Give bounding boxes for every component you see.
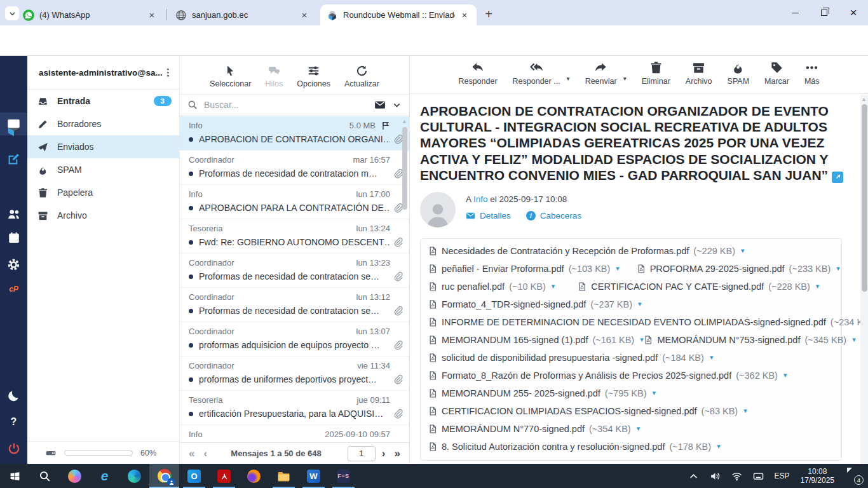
message-row[interactable]: Coordinadorlun 13:07 proformas adquisici… xyxy=(180,322,409,356)
rail-mail-icon[interactable] xyxy=(0,117,27,130)
attachment-menu-caret-icon[interactable]: ▾ xyxy=(717,442,721,451)
attachment-menu-caret-icon[interactable]: ▾ xyxy=(653,389,656,397)
attachment-menu-caret-icon[interactable]: ▾ xyxy=(638,300,642,308)
select-button[interactable]: Seleccionar xyxy=(210,65,251,88)
attachment-name[interactable]: MEMORÁNDUM N°753-signed.pdf xyxy=(657,335,800,345)
folder-item-papelera[interactable]: Papelera xyxy=(27,181,179,204)
message-row[interactable]: Tesoreriajue 09:11 ertificación Presupue… xyxy=(180,391,409,425)
page-next-button[interactable]: › xyxy=(382,447,386,460)
fes-app-button[interactable]: F≡S xyxy=(329,464,358,488)
attachment[interactable]: CERTIFICACION OLIMPIADAS ESPACIOS-signed… xyxy=(428,406,747,416)
reply-all-button[interactable]: Responder ... xyxy=(513,61,560,86)
attachment-name[interactable]: Formato_4_TDR-signed-signed.pdf xyxy=(442,299,586,309)
attachment-menu-caret-icon[interactable]: ▾ xyxy=(640,336,644,344)
message-row[interactable]: Coordinadorlun 13:12 Proformas de necesi… xyxy=(180,288,409,322)
message-row[interactable]: Coordinadormar 16:57 Proformas de necesi… xyxy=(180,151,409,185)
headers-link[interactable]: Cabeceras xyxy=(540,211,581,220)
window-restore-button[interactable] xyxy=(810,0,839,25)
tab-roundcube[interactable]: Roundcube Webmail :: Enviados × xyxy=(320,4,477,25)
folder-item-entrada[interactable]: Entrada 3 xyxy=(27,90,179,112)
attachment-name[interactable]: PROFORMA 29-2025-signed.pdf xyxy=(650,264,785,274)
tab-close-icon[interactable]: × xyxy=(146,10,158,21)
delete-button[interactable]: Eliminar xyxy=(642,61,670,86)
more-button[interactable]: Más xyxy=(804,61,820,86)
copilot-button[interactable] xyxy=(60,464,90,488)
language-indicator[interactable]: ESP xyxy=(775,471,790,480)
attachment-menu-caret-icon[interactable]: ▾ xyxy=(852,336,856,344)
message-row[interactable]: Infolun 17:00 APROBACION PARA LA CONTRAT… xyxy=(180,185,409,219)
attachment[interactable]: MEMORÁNDUM N°770-signed.pdf(~354 KB)▾ xyxy=(428,424,640,434)
details-link[interactable]: Detalles xyxy=(480,211,511,220)
page-last-button[interactable]: » xyxy=(395,447,400,460)
view-scroll-up-icon[interactable]: ▲ xyxy=(861,96,867,102)
attachment-menu-caret-icon[interactable]: ▾ xyxy=(816,282,820,290)
acrobat-button[interactable] xyxy=(209,464,239,488)
start-button[interactable] xyxy=(0,464,30,488)
attachment-menu-caret-icon[interactable]: ▾ xyxy=(741,247,745,255)
attachment-menu-caret-icon[interactable]: ▾ xyxy=(552,282,555,290)
message-row[interactable]: Info2025-09-10 09:57 xyxy=(180,425,409,442)
attachment-name[interactable]: peñafiel - Enviar Proforma.pdf xyxy=(442,264,564,274)
attachment[interactable]: PROFORMA 29-2025-signed.pdf(~233 KB)▾ xyxy=(637,264,834,274)
chrome-button[interactable] xyxy=(149,464,179,488)
open-in-new-window-icon[interactable] xyxy=(832,172,843,183)
attachment[interactable]: ruc penafiel.pdf(~10 KB)▾ xyxy=(428,281,555,292)
dark-mode-moon-icon[interactable] xyxy=(0,390,27,402)
attachment[interactable]: MEMORANDUM 165-signed (1).pdf(~161 KB)▾ xyxy=(428,335,621,345)
compose-button[interactable] xyxy=(0,152,27,166)
volume-icon[interactable] xyxy=(710,471,721,482)
search-options-chevron-icon[interactable] xyxy=(392,100,402,110)
internet-explorer-button[interactable]: e xyxy=(90,464,119,488)
attachment-menu-caret-icon[interactable]: ▾ xyxy=(710,353,714,362)
attachment-name[interactable]: MEMORÁNDUM N°770-signed.pdf xyxy=(442,424,585,434)
view-scrollbar-thumb[interactable] xyxy=(862,104,867,292)
attachment[interactable]: peñafiel - Enviar Proforma.pdf(~103 KB)▾ xyxy=(428,264,614,274)
attachment-name[interactable]: 8. Solicitud Autorización contra y resol… xyxy=(442,442,665,452)
touch-keyboard-icon[interactable] xyxy=(753,471,764,482)
taskbar-clock[interactable]: 10:08 17/9/2025 xyxy=(801,467,834,485)
folder-item-borradores[interactable]: Borradores xyxy=(27,112,179,135)
attachment-name[interactable]: MEMORANDUM 165-signed (1).pdf xyxy=(442,335,588,345)
attachment[interactable]: INFORME DE DETERMINACION DE NECESIDAD EV… xyxy=(428,317,834,327)
taskbar-search-button[interactable] xyxy=(30,464,60,488)
folder-item-spam[interactable]: SPAM xyxy=(27,158,179,181)
attachment-name[interactable]: CERTIFICACION OLIMPIADAS ESPACIOS-signed… xyxy=(442,406,697,416)
options-button[interactable]: Opciones xyxy=(297,65,330,88)
file-explorer-button[interactable] xyxy=(269,464,299,488)
attachment[interactable]: CERTIFICACION PAC Y CATE-signed.pdf(~228… xyxy=(578,281,819,292)
page-number-input[interactable] xyxy=(348,446,376,461)
firefox-button[interactable] xyxy=(239,464,269,488)
help-icon[interactable]: ? xyxy=(0,416,27,428)
attachment-name[interactable]: CERTIFICACION PAC Y CATE-signed.pdf xyxy=(591,281,764,292)
tab-close-icon[interactable]: × xyxy=(459,10,470,21)
tab-close-icon[interactable]: × xyxy=(299,10,310,21)
list-scrollbar-thumb[interactable] xyxy=(402,127,407,210)
tab-whatsapp[interactable]: (4) WhatsApp × xyxy=(17,4,164,25)
forward-caret-icon[interactable]: ▾ xyxy=(623,75,627,82)
spam-button[interactable]: SPAM xyxy=(728,61,750,86)
search-scope-mail-icon[interactable] xyxy=(374,99,386,111)
attachment[interactable]: Necesidades de Contratación y Recepción … xyxy=(428,246,745,256)
attachment[interactable]: Formato_4_TDR-signed-signed.pdf(~237 KB)… xyxy=(428,299,642,309)
reply-all-caret-icon[interactable]: ▾ xyxy=(567,75,570,82)
tab-sanjuan[interactable]: sanjuan.gob.ec × xyxy=(169,4,316,25)
attachment-name[interactable]: Necesidades de Contratación y Recepción … xyxy=(442,246,689,256)
tray-chevron-up-icon[interactable] xyxy=(688,471,699,482)
attachment-name[interactable]: ruc penafiel.pdf xyxy=(442,281,505,292)
attachment-menu-caret-icon[interactable]: ▾ xyxy=(783,371,787,379)
list-scroll-up-icon[interactable]: ▲ xyxy=(402,118,407,125)
message-row[interactable]: Tesorerialun 13:24 Fwd: Re: GOBIERNO AUT… xyxy=(180,219,409,254)
new-tab-button[interactable]: + xyxy=(480,6,497,22)
attachment-name[interactable]: solicitud de disponibilidad presupuestar… xyxy=(442,353,658,363)
attachment[interactable]: MEMORANDUM 255- 2025-signed.pdf(~795 KB)… xyxy=(428,388,656,398)
attachment-name[interactable]: MEMORANDUM 255- 2025-signed.pdf xyxy=(442,388,600,398)
recipient-link[interactable]: Info xyxy=(473,194,488,204)
attachment-menu-caret-icon[interactable]: ▾ xyxy=(743,407,747,415)
edge-button[interactable] xyxy=(119,464,149,488)
archive-button[interactable]: Archivo xyxy=(686,61,712,86)
window-close-button[interactable]: × xyxy=(839,0,868,25)
message-row[interactable]: Coordinadorlun 13:23 Proformas de necesi… xyxy=(180,254,409,288)
attachment-name[interactable]: Formato_8_Razón de Proformas y Análisis … xyxy=(442,370,731,381)
flag-icon[interactable] xyxy=(381,121,390,130)
word-button[interactable]: W xyxy=(299,464,329,488)
